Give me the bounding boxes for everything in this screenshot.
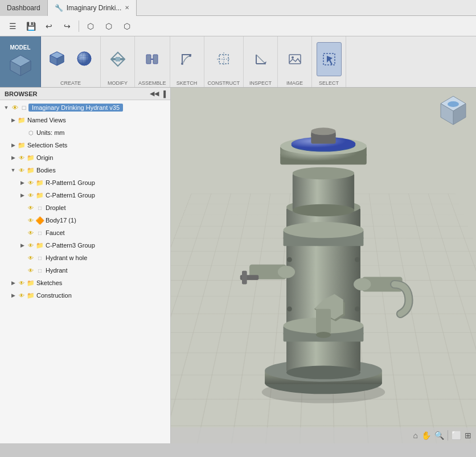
assemble-icon [143, 50, 161, 68]
svg-rect-15 [153, 55, 158, 64]
faucet-eye-icon[interactable]: 👁 [26, 228, 35, 237]
modify-label: MODIFY [108, 79, 128, 86]
tree-units[interactable]: ⬡ Units: mm [0, 126, 170, 139]
tree-c-pattern3[interactable]: ▶ 👁 📁 C-Pattern3 Group [0, 239, 170, 252]
viewport-display-button[interactable]: ⬜ [452, 431, 461, 440]
tree-body17[interactable]: 👁 🔶 Body17 (1) [0, 214, 170, 227]
svg-rect-13 [116, 57, 120, 61]
viewport[interactable]: ⌂ ✋ 🔍 ⬜ ⊞ [171, 88, 476, 443]
hydrant-3d-model [227, 118, 420, 414]
tree-hydrant[interactable]: 👁 □ Hydrant [0, 264, 170, 277]
viewport-content [171, 88, 476, 443]
tree-construction[interactable]: ▶ 👁 📁 Construction [0, 289, 170, 302]
tree-r-pattern1[interactable]: ▶ 👁 📁 R-Pattern1 Group [0, 176, 170, 189]
origin-eye-icon[interactable]: 👁 [17, 153, 26, 162]
selection-sets-label: Selection Sets [26, 142, 67, 149]
viewport-orbit-button[interactable]: ✋ [421, 431, 431, 440]
hydrant-eye-icon[interactable]: 👁 [26, 266, 35, 275]
svg-point-17 [181, 63, 183, 65]
hydrant-hole-eye-icon[interactable]: 👁 [26, 253, 35, 262]
active-tab[interactable]: 🔧 Imaginary Drinki... ✕ [48, 0, 137, 16]
undo-button[interactable]: ↩ [41, 18, 57, 34]
origin-label: Origin [35, 154, 53, 161]
sketches-toggle[interactable]: ▶ [9, 280, 17, 286]
droplet-eye-icon[interactable]: 👁 [26, 203, 35, 212]
assemble-section: ASSEMBLE [135, 36, 170, 87]
root-folder-icon: □ [19, 103, 28, 112]
ribbon: MODEL [0, 36, 476, 88]
tree-droplet[interactable]: 👁 □ Droplet [0, 201, 170, 214]
tree-selection-sets[interactable]: ▶ 📁 Selection Sets [0, 139, 170, 151]
root-toggle-icon[interactable]: ▼ [2, 105, 10, 110]
dashboard-tab[interactable]: Dashboard [0, 0, 48, 16]
tree-origin[interactable]: ▶ 👁 📁 Origin [0, 151, 170, 164]
bodies-toggle[interactable]: ▼ [9, 167, 17, 173]
toolbar-btn-7[interactable]: ⬡ [119, 18, 135, 34]
image-icon [286, 50, 304, 68]
save-button[interactable]: 💾 [23, 18, 39, 34]
viewport-home-button[interactable]: ⌂ [413, 431, 418, 440]
browser-collapse-button[interactable]: ◀◀ [150, 90, 159, 97]
c-pattern1-toggle[interactable]: ▶ [18, 192, 26, 198]
modify-button[interactable] [105, 42, 130, 76]
r-pattern1-folder-icon: 📁 [35, 178, 44, 187]
inspect-icons [248, 39, 273, 79]
named-views-folder-icon: 📁 [17, 116, 26, 125]
construct-button[interactable] [211, 42, 236, 76]
construction-eye-icon[interactable]: 👁 [17, 291, 26, 300]
model-section[interactable]: MODEL [0, 36, 41, 87]
svg-rect-68 [316, 308, 331, 333]
tree-sketches[interactable]: ▶ 👁 📁 Sketches [0, 277, 170, 289]
tree-faucet[interactable]: 👁 □ Faucet [0, 227, 170, 239]
viewport-grid-button[interactable]: ⊞ [465, 431, 471, 440]
body17-icon: 🔶 [35, 216, 44, 225]
inspect-button[interactable] [248, 42, 273, 76]
viewport-zoom-in-button[interactable]: 🔍 [434, 431, 444, 440]
origin-folder-icon: 📁 [26, 153, 35, 162]
tree-named-views[interactable]: ▶ 📁 Named Views [0, 114, 170, 126]
c-pattern3-toggle[interactable]: ▶ [18, 242, 26, 248]
tree-root-node[interactable]: ▼ 👁 □ Imaginary Drinking Hydrant v35 [0, 101, 170, 114]
sketches-eye-icon[interactable]: 👁 [17, 278, 26, 287]
svg-marker-25 [264, 61, 266, 65]
create-sphere-button[interactable] [72, 42, 97, 76]
selection-sets-folder-icon: 📁 [17, 141, 26, 150]
root-visibility-icon[interactable]: 👁 [10, 103, 19, 112]
inspect-icon [252, 50, 270, 68]
svg-rect-26 [289, 55, 301, 64]
menu-button[interactable]: ☰ [5, 18, 20, 34]
tree-c-pattern1[interactable]: ▶ 👁 📁 C-Pattern1 Group [0, 189, 170, 201]
construct-section: CONSTRUCT [204, 36, 244, 87]
assemble-button[interactable] [139, 42, 165, 76]
modify-icon [109, 50, 127, 68]
svg-rect-62 [242, 270, 247, 284]
sketch-section: SKETCH [170, 36, 204, 87]
tree-hydrant-hole[interactable]: 👁 □ Hydrant w hole [0, 252, 170, 264]
r-pattern1-eye-icon[interactable]: 👁 [26, 178, 35, 187]
toolbar-btn-6[interactable]: ⬡ [101, 18, 117, 34]
bodies-eye-icon[interactable]: 👁 [17, 166, 26, 175]
origin-toggle[interactable]: ▶ [9, 155, 17, 160]
tree-bodies[interactable]: ▼ 👁 📁 Bodies [0, 164, 170, 176]
named-views-toggle[interactable]: ▶ [9, 117, 17, 123]
sketches-label: Sketches [35, 279, 62, 286]
image-button[interactable] [282, 42, 307, 76]
browser-resize-button[interactable]: ▐ [161, 90, 166, 97]
construction-toggle[interactable]: ▶ [9, 293, 17, 298]
select-button[interactable] [317, 42, 342, 76]
viewport-status-bar: ⌂ ✋ 🔍 ⬜ ⊞ [171, 427, 476, 443]
close-tab-button[interactable]: ✕ [125, 5, 129, 11]
image-icons [282, 39, 307, 79]
sketch-button[interactable] [174, 42, 199, 76]
create-section: CREATE [41, 36, 101, 87]
selection-sets-toggle[interactable]: ▶ [9, 142, 17, 148]
redo-button[interactable]: ↪ [59, 18, 75, 34]
create-box-button[interactable] [44, 42, 69, 76]
c-pattern1-eye-icon[interactable]: 👁 [26, 191, 35, 200]
c-pattern3-eye-icon[interactable]: 👁 [26, 241, 35, 250]
construct-icons [211, 39, 236, 79]
toolbar-btn-5[interactable]: ⬡ [83, 18, 99, 34]
body17-eye-icon[interactable]: 👁 [26, 216, 35, 225]
model-cube-icon [7, 52, 34, 79]
r-pattern1-toggle[interactable]: ▶ [18, 180, 26, 186]
